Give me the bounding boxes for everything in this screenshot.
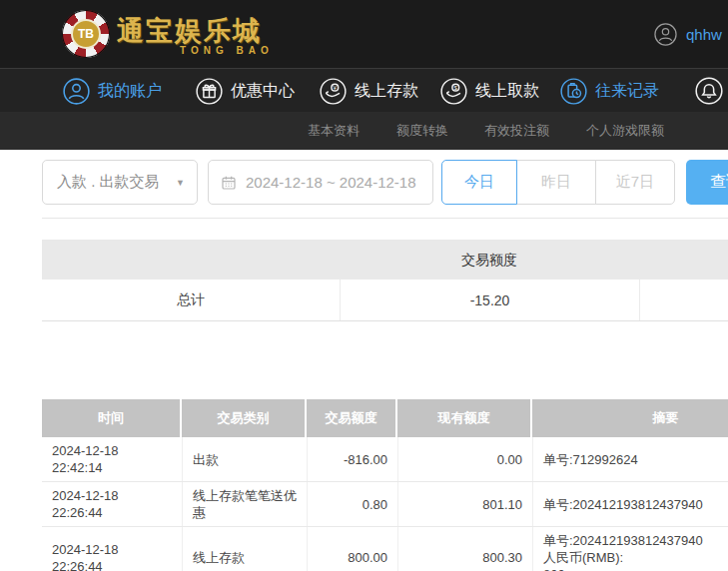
avatar-icon [654, 23, 677, 46]
subnav-basic-info[interactable]: 基本资料 [308, 112, 360, 150]
summary-table-header: 交易额度 [42, 240, 728, 280]
nav-label: 线上存款 [355, 81, 418, 102]
cell-time: 2024-12-18 22:26:44 [42, 482, 182, 526]
user-account[interactable]: qhhw [654, 23, 722, 46]
cell-summary: 单号:712992624 [532, 437, 728, 481]
nav-item-my-account[interactable]: 我的账户 [63, 69, 162, 113]
summary-total-amount: -15.20 [340, 280, 639, 320]
cell-balance: 800.30 [397, 527, 532, 571]
nav-item-transaction-records[interactable]: 往来记录 [560, 69, 659, 113]
quick-date-buttons: 今日 昨日 近7日 [441, 160, 675, 205]
subnav-personal-game-limits[interactable]: 个人游戏限额 [586, 112, 664, 150]
table-row: 2024-12-18 22:42:14 出款 -816.00 0.00 单号:7… [42, 437, 728, 482]
subnav-valid-bets[interactable]: 有效投注额 [484, 112, 549, 150]
transactions-table: 时间 交易类别 交易额度 现有额度 摘要 2024-12-18 22:42:14… [42, 399, 728, 571]
divider [42, 218, 728, 219]
cell-time: 2024-12-18 22:42:14 [42, 437, 182, 481]
top-header: TB 通宝娱乐城 TONG BAO qhhw [0, 0, 728, 68]
nav-label: 线上取款 [475, 81, 539, 102]
bell-icon [695, 77, 723, 105]
date-range-value: 2024-12-18 ~ 2024-12-18 [246, 174, 416, 191]
summary-total-row: 总计 -15.20 [42, 280, 728, 321]
nav-label: 往来记录 [595, 81, 659, 102]
cell-type: 线上存款 [182, 527, 307, 571]
search-button[interactable]: 查询 [686, 160, 728, 205]
gift-icon [196, 78, 223, 105]
cell-summary: 单号:202412193812437940 [532, 482, 728, 526]
nav-label: 优惠中心 [231, 81, 295, 102]
transaction-type-value: 入款 . 出款交易 [57, 173, 160, 192]
cell-summary: 单号:202412193812437940 人民币(RMB): 800 [532, 527, 728, 571]
chevron-down-icon: ▼ [176, 178, 185, 188]
casino-chip-logo-icon[interactable]: TB [62, 10, 110, 58]
svg-text:$: $ [454, 83, 458, 90]
svg-text:¥: ¥ [334, 83, 338, 90]
withdraw-icon: $ [440, 78, 467, 105]
column-header-type: 交易类别 [182, 399, 307, 437]
nav-item-promotions[interactable]: 优惠中心 [196, 69, 295, 113]
user-icon [63, 78, 90, 105]
table-row: 2024-12-18 22:26:44 线上存款笔笔送优惠 0.80 801.1… [42, 482, 728, 527]
subnav-credit-transfer[interactable]: 额度转换 [396, 112, 448, 150]
cell-amount: 800.00 [307, 527, 397, 571]
cell-type: 线上存款笔笔送优惠 [182, 482, 307, 526]
calendar-icon [221, 175, 237, 191]
last7days-button[interactable]: 近7日 [595, 160, 675, 205]
site-logo-title[interactable]: 通宝娱乐城 [117, 13, 262, 49]
nav-item-online-deposit[interactable]: ¥ 线上存款 [320, 69, 418, 113]
transactions-table-header: 时间 交易类别 交易额度 现有额度 摘要 [42, 399, 728, 437]
main-nav: 我的账户 优惠中心 ¥ 线上存款 [0, 68, 728, 112]
cell-amount: 0.80 [307, 482, 397, 526]
chip-label: TB [71, 19, 101, 49]
cell-amount: -816.00 [307, 437, 397, 481]
cell-type: 出款 [182, 437, 307, 481]
nav-item-online-withdrawal[interactable]: $ 线上取款 [440, 69, 539, 113]
summary-total-label: 总计 [42, 280, 340, 320]
column-header-balance: 现有额度 [397, 399, 532, 437]
today-button[interactable]: 今日 [441, 160, 517, 205]
table-row: 2024-12-18 22:26:44 线上存款 800.00 800.30 单… [42, 527, 728, 571]
cell-time: 2024-12-18 22:26:44 [42, 527, 182, 571]
deposit-icon: ¥ [320, 78, 347, 105]
summary-amount-header: 交易额度 [340, 240, 639, 280]
notifications-button[interactable] [695, 77, 723, 105]
cell-balance: 801.10 [397, 482, 532, 526]
cell-balance: 0.00 [397, 437, 532, 481]
site-logo-latin: TONG BAO [180, 45, 274, 56]
column-header-summary: 摘要 [532, 399, 728, 437]
records-icon [560, 78, 587, 105]
column-header-time: 时间 [42, 399, 182, 437]
page: TB 通宝娱乐城 TONG BAO qhhw 我的账户 [0, 0, 728, 571]
yesterday-button[interactable]: 昨日 [516, 160, 596, 205]
transaction-type-select[interactable]: 入款 . 出款交易 ▼ [42, 160, 198, 205]
summary-table: 交易额度 总计 -15.20 [42, 240, 728, 321]
username: qhhw [686, 26, 722, 43]
account-sub-nav: 基本资料 额度转换 有效投注额 个人游戏限额 [0, 112, 728, 150]
date-range-picker[interactable]: 2024-12-18 ~ 2024-12-18 [208, 160, 433, 205]
nav-label: 我的账户 [98, 81, 162, 102]
column-header-amount: 交易额度 [307, 399, 397, 437]
summary-empty-cell [639, 280, 728, 320]
